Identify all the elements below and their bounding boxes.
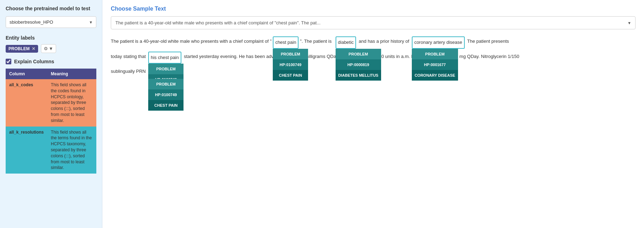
explain-row: Explain Columns xyxy=(6,59,96,64)
entity-diabetic: diabetic PROBLEM HP:0000819 DIABETES MEL… xyxy=(336,36,356,49)
model-select-wrapper: sbiobertresolve_HPO ▼ xyxy=(6,16,96,28)
continuation-text: ". The patient is xyxy=(300,39,332,44)
gear-dropdown-arrow: ▼ xyxy=(49,46,53,51)
popup-hp-code: HP:0100749 xyxy=(148,89,183,100)
presents-text: The patient presents xyxy=(467,39,509,44)
intro-text: The patient is a 40-year-old white male … xyxy=(111,39,272,44)
all-k-resolutions-cell: all_k_resolutions xyxy=(6,127,47,174)
popup-type: PROBLEM xyxy=(148,79,183,89)
gear-icon: ⚙ xyxy=(44,46,48,51)
popup-hp-name: CHEST PAIN xyxy=(273,70,308,81)
entity-diabetic-popup: PROBLEM HP:0000819 DIABETES MELLITUS xyxy=(336,49,381,81)
entity-coronary-label[interactable]: coronary artery disease xyxy=(412,36,465,49)
column-header: Column xyxy=(6,69,47,79)
explain-label: Explain Columns xyxy=(14,59,54,64)
table-row: all_k_resolutions This field shows all t… xyxy=(6,127,96,174)
popup-hp-code: HP:0100749 xyxy=(273,59,308,70)
popup-hp-name: CHEST PAIN xyxy=(148,100,183,111)
entity-tag-close-icon[interactable]: ✕ xyxy=(32,46,35,51)
sample-text-select[interactable]: The patient is a 40-year-old white male … xyxy=(111,16,636,29)
entity-chest-pain-2-popup: PROBLEM HP:0100749 CHEST PAIN xyxy=(148,79,183,111)
entity-diabetic-label[interactable]: diabetic xyxy=(336,36,356,49)
sublingually-text: sublingually PRN xyxy=(111,69,146,74)
popup-type: PROBLEM xyxy=(412,49,458,59)
entity-his-chest-pain-label[interactable]: his chest pain xyxy=(148,52,181,64)
all-k-codes-cell: all_k_codes xyxy=(6,79,47,127)
left-panel: Choose the pretrained model to test sbio… xyxy=(0,0,102,228)
entity-coronary: coronary artery disease PROBLEM HP:00016… xyxy=(412,36,465,49)
popup-type: PROBLEM xyxy=(148,64,183,74)
popup-hp-code: HP:0001677 xyxy=(412,59,458,70)
all-k-codes-meaning: This field shows all the codes found in … xyxy=(47,79,96,127)
today-text: today stating that xyxy=(111,54,146,59)
all-k-resolutions-meaning: This field shows all the terms found in … xyxy=(47,127,96,174)
model-select[interactable]: sbiobertresolve_HPO xyxy=(6,16,96,28)
right-panel: Choose Sample Text The patient is a 40-y… xyxy=(102,0,644,228)
table-row: all_k_codes This field shows all the cod… xyxy=(6,79,96,127)
sample-text-select-wrapper: The patient is a 40-year-old white male … xyxy=(111,16,636,29)
explain-checkbox[interactable] xyxy=(6,59,11,64)
popup-type: PROBLEM xyxy=(273,49,308,59)
popup-hp-name: CORONARY DISEASE xyxy=(412,70,458,81)
annotation-line-1: The patient is a 40-year-old white male … xyxy=(111,36,636,49)
entity-tag-label: PROBLEM xyxy=(8,46,30,51)
entity-chest-pain-1-popup: PROBLEM HP:0100749 CHEST PAIN xyxy=(273,49,308,81)
entity-his-chest-pain: his chest pain PROBLEM HP:0100749 CHEST … xyxy=(148,52,181,64)
entity-labels-title: Entity labels xyxy=(6,35,96,41)
history-text: and has a prior history of xyxy=(359,39,409,44)
meaning-header: Meaning xyxy=(47,69,96,79)
explain-table: Column Meaning all_k_codes This field sh… xyxy=(6,69,96,174)
entity-tag: PROBLEM ✕ xyxy=(6,45,38,53)
popup-hp-code: HP:0000819 xyxy=(336,59,381,70)
entity-tag-row: PROBLEM ✕ ⚙ ▼ xyxy=(6,44,96,53)
annotation-area: The patient is a 40-year-old white male … xyxy=(111,36,636,79)
model-title: Choose the pretrained model to test xyxy=(6,6,96,11)
entity-chest-pain-1: chest pain PROBLEM HP:0100749 CHEST PAIN xyxy=(273,36,299,49)
popup-hp-name: DIABETES MELLITUS xyxy=(336,70,381,81)
gear-button[interactable]: ⚙ ▼ xyxy=(41,44,56,53)
entity-chest-pain-1-label[interactable]: chest pain xyxy=(273,36,299,49)
right-panel-title: Choose Sample Text xyxy=(111,6,636,12)
entity-coronary-popup: PROBLEM HP:0001677 CORONARY DISEASE xyxy=(412,49,458,81)
popup-type: PROBLEM xyxy=(336,49,381,59)
